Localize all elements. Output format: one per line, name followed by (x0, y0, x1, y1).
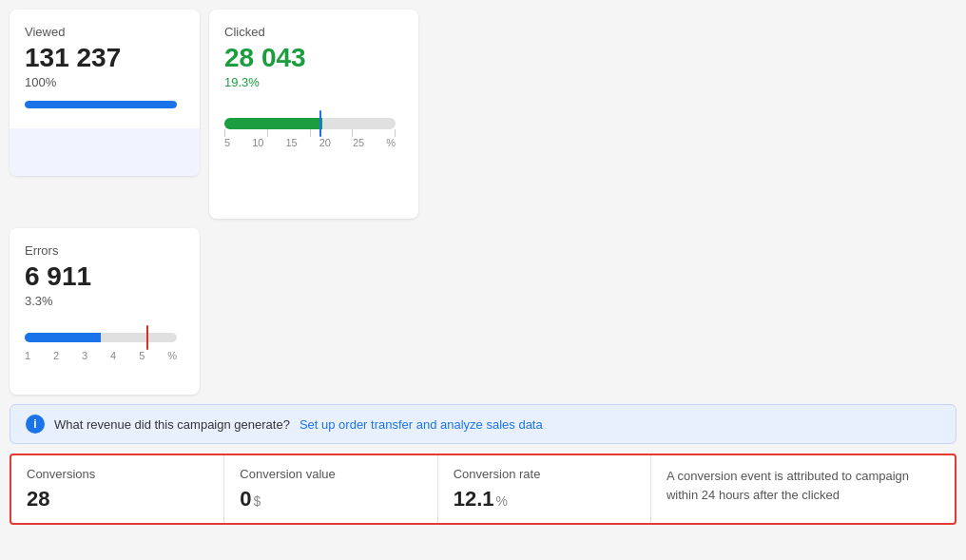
conversion-value: 0$ (240, 487, 421, 512)
info-link[interactable]: Set up order transfer and analyze sales … (299, 417, 543, 432)
conversion-rate: 12.1% (454, 487, 635, 512)
info-text: What revenue did this campaign generate? (54, 417, 290, 432)
errors-value: 6 911 (25, 261, 184, 292)
viewed-card: Viewed 131 237 100% (10, 10, 200, 176)
viewed-label: Viewed (25, 25, 184, 39)
conversion-description-cell: A conversion event is attributed to camp… (651, 455, 955, 523)
conversion-description: A conversion event is attributed to camp… (667, 467, 939, 504)
conversion-rate-label: Conversion rate (454, 467, 635, 481)
clicked-chart: 5 10 15 20 25 % (224, 101, 396, 158)
errors-chart: 1 2 3 4 5 % (25, 319, 177, 372)
stats-table: Conversions 28 Conversion value 0$ Conve… (10, 454, 956, 525)
conversions-label: Conversions (27, 467, 208, 481)
conversions-cell: Conversions 28 (11, 455, 224, 523)
clicked-chart-axis: 5 10 15 20 25 % (224, 137, 396, 148)
conversion-value-cell: Conversion value 0$ (224, 455, 437, 523)
errors-percent: 3.3% (25, 294, 184, 308)
errors-chart-axis: 1 2 3 4 5 % (25, 350, 177, 361)
conversion-value-label: Conversion value (240, 467, 421, 481)
viewed-value: 131 237 (25, 43, 184, 73)
errors-label: Errors (25, 243, 184, 258)
errors-card: Errors 6 911 3.3% 1 2 3 4 5 % (10, 228, 200, 395)
info-icon: i (26, 415, 45, 434)
info-banner: i What revenue did this campaign generat… (10, 404, 956, 444)
conversions-value: 28 (27, 487, 208, 512)
viewed-percent: 100% (25, 75, 184, 89)
clicked-label: Clicked (224, 25, 403, 39)
clicked-percent: 19.3% (224, 75, 403, 89)
clicked-value: 28 043 (224, 43, 403, 73)
clicked-card: Clicked 28 043 19.3% 5 10 (209, 10, 418, 219)
conversion-rate-cell: Conversion rate 12.1% (438, 455, 651, 523)
viewed-progress (25, 101, 184, 108)
